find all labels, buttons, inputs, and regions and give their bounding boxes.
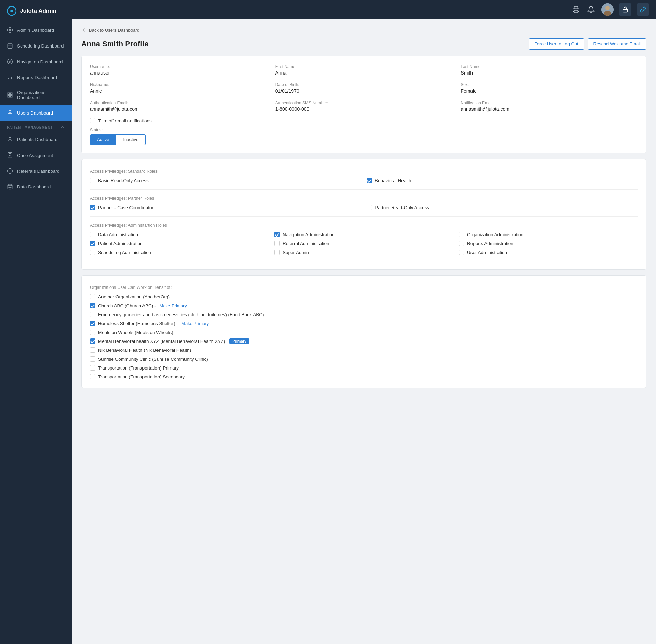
- org-homeless-shelter-checkbox[interactable]: [90, 321, 95, 326]
- org-meals-on-wheels-checkbox[interactable]: [90, 330, 95, 335]
- role-super-admin-checkbox[interactable]: [274, 250, 280, 255]
- sex-field: Sex: Female: [461, 82, 638, 94]
- role-data-admin-checkbox[interactable]: [90, 232, 95, 237]
- content-area: Back to Users Dashboard Anna Smith Profi…: [72, 19, 656, 644]
- role-user-admin[interactable]: User Administration: [459, 250, 638, 255]
- sidebar-item-scheduling-label: Scheduling Dashboard: [17, 43, 64, 49]
- svg-marker-7: [9, 61, 11, 63]
- sidebar-item-reports[interactable]: Reports Dashboard: [0, 69, 72, 85]
- org-mental-health-xyz-checkbox[interactable]: [90, 338, 95, 344]
- sidebar-item-navigation[interactable]: Navigation Dashboard: [0, 54, 72, 69]
- role-scheduling-admin[interactable]: Scheduling Administration: [90, 250, 269, 255]
- profile-card: Username: annauser First Name: Anna Last…: [81, 56, 646, 153]
- sidebar-item-patients-label: Patients Dashboard: [17, 137, 58, 142]
- role-super-admin[interactable]: Super Admin: [274, 250, 453, 255]
- org-another-checkbox[interactable]: [90, 294, 95, 299]
- role-org-admin-checkbox[interactable]: [459, 232, 464, 237]
- org-church-abc: Church ABC (Church ABC) - Make Primary: [90, 303, 638, 308]
- role-partner-read-checkbox[interactable]: [367, 205, 372, 210]
- sidebar-item-users-label: Users Dashboard: [17, 110, 53, 116]
- bell-icon[interactable]: [586, 5, 596, 14]
- auth-sms-field: Authentication SMS Number: 1-800-0000-00…: [275, 100, 453, 112]
- force-logout-button[interactable]: Force User to Log Out: [529, 38, 584, 50]
- role-data-admin[interactable]: Data Administration: [90, 232, 269, 237]
- role-partner-read[interactable]: Partner Read-Only Access: [367, 205, 638, 210]
- role-basic-read-checkbox[interactable]: [90, 178, 95, 183]
- status-inactive-button[interactable]: Inactive: [116, 134, 146, 145]
- print-icon[interactable]: [571, 5, 581, 14]
- role-scheduling-admin-checkbox[interactable]: [90, 250, 95, 255]
- role-partner-case[interactable]: Partner - Case Coordinator: [90, 205, 361, 210]
- notif-email-field: Notification Email: annasmith@julota.com: [461, 100, 638, 112]
- lock-button[interactable]: [619, 3, 631, 16]
- divider-1: [90, 189, 638, 190]
- back-link[interactable]: Back to Users Dashboard: [81, 27, 646, 33]
- role-org-admin[interactable]: Organization Administration: [459, 232, 638, 237]
- org-nr-behavioral: NR Behavioral Health (NR Behavioral Heal…: [90, 347, 638, 353]
- organizations-card: Organizations User Can Work on Behalf of…: [81, 275, 646, 388]
- sidebar-item-patients[interactable]: Patients Dashboard: [0, 132, 72, 147]
- org-church-abc-checkbox[interactable]: [90, 303, 95, 308]
- email-notifications-checkbox[interactable]: [90, 118, 95, 123]
- username-field: Username: annauser: [90, 64, 267, 76]
- org-transportation-primary: Transportation (Transportation) Primary: [90, 365, 638, 371]
- role-patient-admin[interactable]: Patient Administration: [90, 241, 269, 246]
- svg-rect-11: [8, 93, 9, 94]
- arrow-left-icon: [81, 27, 87, 33]
- sidebar-item-referrals[interactable]: Referrals Dashboard: [0, 163, 72, 179]
- homeless-shelter-make-primary[interactable]: Make Primary: [181, 321, 209, 326]
- sidebar-item-admin[interactable]: Admin Dashboard: [0, 22, 72, 38]
- role-reports-admin-checkbox[interactable]: [459, 241, 464, 246]
- svg-point-1: [9, 29, 11, 31]
- role-partner-case-checkbox[interactable]: [90, 205, 95, 210]
- sidebar-item-case-label: Case Assignment: [17, 153, 53, 158]
- sidebar-item-navigation-label: Navigation Dashboard: [17, 59, 63, 64]
- avatar[interactable]: [601, 3, 614, 16]
- role-user-admin-checkbox[interactable]: [459, 250, 464, 255]
- role-behavioral-health-checkbox[interactable]: [367, 178, 372, 183]
- database-icon: [7, 184, 13, 190]
- sidebar-item-case-assignment[interactable]: Case Assignment: [0, 147, 72, 163]
- email-notifications-toggle[interactable]: Turn off email notifications: [90, 118, 638, 123]
- org-sunrise-clinic-checkbox[interactable]: [90, 356, 95, 362]
- gear-icon: [7, 27, 13, 33]
- status-active-button[interactable]: Active: [90, 134, 116, 145]
- role-reports-admin[interactable]: Reports Administration: [459, 241, 638, 246]
- svg-rect-13: [11, 96, 12, 97]
- clipboard-check-icon: [7, 152, 13, 158]
- sidebar-item-data[interactable]: Data Dashboard: [0, 179, 72, 194]
- svg-rect-12: [11, 93, 12, 94]
- org-transportation-secondary-checkbox[interactable]: [90, 374, 95, 379]
- org-meals-on-wheels: Meals on Wheels (Meals on Wheels): [90, 330, 638, 335]
- church-abc-make-primary[interactable]: Make Primary: [160, 303, 187, 308]
- app-name: Julota Admin: [20, 8, 56, 14]
- role-behavioral-health[interactable]: Behavioral Health: [367, 178, 638, 183]
- chevron-up-icon: [60, 125, 65, 130]
- org-emergency-groceries-checkbox[interactable]: [90, 312, 95, 317]
- role-basic-read[interactable]: Basic Read-Only Access: [90, 178, 361, 183]
- standard-roles-grid: Basic Read-Only Access Behavioral Health: [90, 178, 638, 183]
- org-transportation-primary-checkbox[interactable]: [90, 365, 95, 371]
- orgs-section-title: Organizations User Can Work on Behalf of…: [90, 285, 638, 290]
- role-nav-admin[interactable]: Navigation Administration: [274, 232, 453, 237]
- link-button[interactable]: [637, 3, 649, 16]
- org-homeless-shelter: Homeless Shelter (Homeless Shelter) - Ma…: [90, 321, 638, 326]
- resend-email-button[interactable]: Resend Welcome Email: [588, 38, 646, 50]
- access-card: Access Priviledges: Standard Roles Basic…: [81, 159, 646, 270]
- org-nr-behavioral-checkbox[interactable]: [90, 347, 95, 353]
- sidebar-item-scheduling[interactable]: Scheduling Dashboard: [0, 38, 72, 54]
- sidebar-item-users[interactable]: Users Dashboard: [0, 105, 72, 121]
- sidebar-item-organizations[interactable]: Organizations Dashboard: [0, 85, 72, 105]
- role-nav-admin-checkbox[interactable]: [274, 232, 280, 237]
- role-patient-admin-checkbox[interactable]: [90, 241, 95, 246]
- svg-rect-22: [574, 10, 578, 13]
- svg-rect-17: [9, 153, 11, 154]
- main-area: Back to Users Dashboard Anna Smith Profi…: [72, 0, 656, 644]
- role-referral-admin-checkbox[interactable]: [274, 241, 280, 246]
- dob-field: Date of Birth: 01/01/1970: [275, 82, 453, 94]
- status-buttons: Active Inactive: [90, 134, 638, 145]
- page-title: Anna Smith Profile: [81, 40, 149, 49]
- orgs-list: Another Organization (AnotherOrg) Church…: [90, 294, 638, 379]
- bar-chart-icon: [7, 74, 13, 80]
- role-referral-admin[interactable]: Referral Administration: [274, 241, 453, 246]
